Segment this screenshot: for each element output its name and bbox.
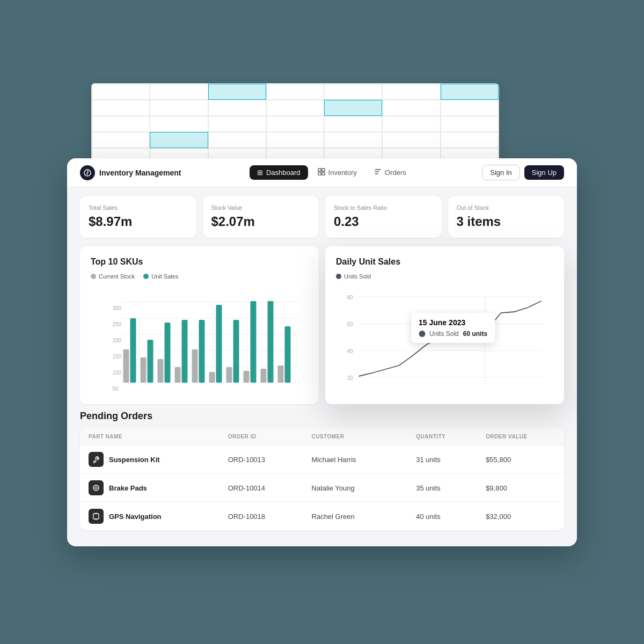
part-cell-2: GPS Navigation bbox=[89, 509, 228, 524]
cell bbox=[266, 84, 324, 100]
svg-rect-2 bbox=[322, 169, 325, 171]
svg-rect-4 bbox=[322, 172, 325, 175]
cell bbox=[324, 116, 382, 132]
nav-dashboard[interactable]: ⊞ Dashboard bbox=[250, 165, 308, 180]
svg-text:250: 250 bbox=[113, 321, 122, 327]
cell bbox=[324, 100, 382, 116]
cell bbox=[441, 116, 499, 132]
cell bbox=[324, 132, 382, 148]
part-name-2: GPS Navigation bbox=[109, 513, 162, 521]
svg-rect-21 bbox=[158, 359, 164, 383]
th-customer: CUSTOMER bbox=[312, 434, 416, 440]
stat-out-of-stock: Out of Stock 3 items bbox=[448, 196, 565, 238]
nav-inventory[interactable]: Inventory bbox=[310, 165, 364, 180]
svg-rect-25 bbox=[192, 349, 198, 383]
cell bbox=[382, 116, 440, 132]
order-id-1: ORD-10014 bbox=[228, 484, 312, 492]
svg-text:300: 300 bbox=[113, 305, 122, 311]
svg-rect-23 bbox=[175, 367, 181, 383]
stat-stock-value: Stock Value $2.07m bbox=[203, 196, 319, 238]
cell bbox=[208, 132, 266, 148]
value-2: $32,000 bbox=[486, 513, 555, 521]
part-cell-1: Brake Pads bbox=[89, 480, 228, 495]
svg-rect-32 bbox=[251, 301, 257, 383]
customer-1: Natalie Young bbox=[312, 484, 416, 492]
svg-rect-35 bbox=[278, 365, 284, 383]
svg-text:40: 40 bbox=[347, 348, 354, 354]
cell bbox=[441, 84, 499, 100]
signin-button[interactable]: Sign In bbox=[482, 165, 519, 180]
logo-icon bbox=[80, 165, 95, 180]
line-chart-legend: Units Sold bbox=[336, 273, 553, 280]
svg-text:60: 60 bbox=[347, 321, 354, 327]
cell bbox=[150, 132, 208, 148]
signup-button[interactable]: Sign Up bbox=[524, 165, 564, 180]
stat-ratio-label: Stock to Sales Ratio bbox=[334, 204, 433, 211]
stat-ratio-value: 0.23 bbox=[334, 214, 433, 229]
stats-row: Total Sales $8.97m Stock Value $2.07m St… bbox=[67, 187, 577, 246]
cell bbox=[266, 132, 324, 148]
table-header: PART NAME ORDER ID CUSTOMER QUANTITY ORD… bbox=[80, 428, 564, 445]
svg-rect-30 bbox=[233, 320, 239, 383]
part-icon-2 bbox=[89, 509, 104, 524]
stat-stock-value-value: $2.07m bbox=[211, 214, 311, 229]
svg-point-49 bbox=[95, 487, 97, 489]
tooltip-value: 60 units bbox=[463, 330, 487, 338]
quantity-0: 31 units bbox=[416, 456, 486, 464]
stat-total-sales: Total Sales $8.97m bbox=[80, 196, 196, 238]
cell bbox=[208, 84, 266, 100]
th-part-name: PART NAME bbox=[89, 434, 228, 440]
cell bbox=[382, 100, 440, 116]
line-chart-area: 15 June 2023 Units Sold 60 units 20 40 6… bbox=[336, 286, 553, 393]
svg-rect-33 bbox=[261, 369, 267, 383]
svg-text:100: 100 bbox=[113, 370, 122, 376]
svg-rect-34 bbox=[268, 301, 274, 383]
svg-rect-24 bbox=[182, 320, 188, 383]
svg-rect-1 bbox=[318, 169, 321, 171]
table-row: Suspension Kit ORD-10013 Michael Harris … bbox=[80, 445, 564, 474]
cell bbox=[382, 132, 440, 148]
cell bbox=[208, 116, 266, 132]
logo-wrap: Inventory Management bbox=[80, 165, 181, 180]
navbar: Inventory Management ⊞ Dashboard Invento… bbox=[67, 158, 577, 187]
table-row: Brake Pads ORD-10014 Natalie Young 35 un… bbox=[80, 474, 564, 502]
cell bbox=[441, 100, 499, 116]
th-quantity: QUANTITY bbox=[416, 434, 486, 440]
bar-chart-card: Top 10 SKUs Current Stock Unit Sales 50 … bbox=[80, 246, 319, 404]
svg-rect-26 bbox=[199, 320, 205, 383]
customer-2: Rachel Green bbox=[312, 513, 416, 521]
value-0: $55,800 bbox=[486, 456, 555, 464]
bar-chart-legend: Current Stock Unit Sales bbox=[91, 273, 308, 280]
stat-oos-value: 3 items bbox=[457, 214, 556, 229]
cell bbox=[441, 132, 499, 148]
table-row: GPS Navigation ORD-10018 Rachel Green 40… bbox=[80, 502, 564, 530]
orders-icon bbox=[374, 168, 382, 177]
svg-text:50: 50 bbox=[113, 386, 119, 392]
svg-rect-22 bbox=[165, 323, 171, 383]
stat-oos-label: Out of Stock bbox=[457, 204, 556, 211]
tooltip-row: Units Sold 60 units bbox=[419, 330, 487, 338]
app-title: Inventory Management bbox=[99, 169, 181, 177]
line-chart-title: Daily Unit Sales bbox=[336, 257, 553, 267]
svg-text:200: 200 bbox=[113, 338, 122, 343]
nav-orders[interactable]: Orders bbox=[367, 165, 414, 180]
value-1: $9,800 bbox=[486, 484, 555, 492]
svg-rect-36 bbox=[285, 326, 291, 383]
legend-units-dot bbox=[336, 274, 341, 279]
svg-rect-20 bbox=[148, 340, 153, 383]
cell bbox=[92, 132, 150, 148]
svg-rect-50 bbox=[93, 514, 99, 519]
svg-rect-17 bbox=[123, 349, 129, 383]
stat-stock-value-label: Stock Value bbox=[211, 204, 311, 211]
orders-table: PART NAME ORDER ID CUSTOMER QUANTITY ORD… bbox=[80, 428, 564, 530]
svg-rect-29 bbox=[226, 367, 232, 383]
spreadsheet-background bbox=[91, 83, 499, 166]
svg-text:20: 20 bbox=[347, 375, 354, 381]
cell bbox=[150, 116, 208, 132]
pending-orders-title: Pending Orders bbox=[80, 411, 564, 422]
svg-text:80: 80 bbox=[347, 295, 354, 301]
svg-rect-19 bbox=[141, 357, 147, 383]
quantity-1: 35 units bbox=[416, 484, 486, 492]
legend-current-stock: Current Stock bbox=[91, 273, 135, 280]
svg-rect-3 bbox=[318, 172, 321, 175]
